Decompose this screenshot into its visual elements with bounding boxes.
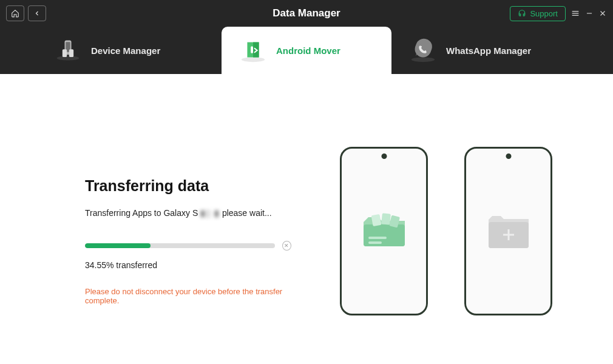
tab-device-manager[interactable]: Device Manager: [36, 27, 222, 74]
progress-bar: [85, 243, 275, 248]
source-phone: [340, 147, 428, 315]
app-title: Data Manager: [273, 7, 340, 19]
device-manager-icon: [53, 36, 83, 65]
transfer-panel: Transferring data Transferring Apps to G…: [24, 129, 291, 315]
tab-label: Device Manager: [91, 46, 160, 56]
home-button[interactable]: [6, 5, 24, 21]
svg-rect-19: [381, 213, 391, 224]
android-mover-icon: [239, 36, 268, 65]
source-folder-icon: [360, 210, 408, 252]
tab-label: Android Mover: [276, 46, 340, 56]
titlebar: Data Manager Support: [0, 0, 613, 27]
support-button[interactable]: Support: [510, 6, 566, 21]
minimize-icon: [585, 9, 594, 18]
svg-point-13: [411, 58, 435, 62]
target-phone: [464, 147, 552, 315]
transfer-warning: Please do not disconnect your device bef…: [85, 287, 291, 305]
minimize-button[interactable]: [585, 9, 594, 18]
tabs: Device Manager Android Mover WhatsApp Ma…: [0, 27, 613, 74]
chevron-left-icon: [33, 10, 41, 17]
svg-point-6: [57, 56, 80, 60]
close-icon: [598, 9, 607, 18]
x-icon: ✕: [284, 243, 289, 249]
svg-rect-10: [69, 49, 73, 57]
status-prefix: Transferring Apps to Galaxy S: [85, 208, 200, 218]
transfer-heading: Transferring data: [85, 177, 291, 195]
tab-label: WhatsApp Manager: [446, 46, 531, 56]
svg-rect-12: [251, 46, 253, 53]
whatsapp-manager-icon: [408, 36, 438, 65]
back-button[interactable]: [28, 5, 46, 21]
close-button[interactable]: [598, 9, 607, 18]
content-area: Transferring data Transferring Apps to G…: [0, 74, 613, 340]
svg-rect-9: [63, 49, 67, 57]
progress-percent-text: 34.55% transferred: [85, 260, 291, 270]
status-suffix: please wait...: [220, 208, 272, 218]
tab-whatsapp-manager[interactable]: WhatsApp Manager: [391, 27, 561, 74]
target-folder-icon: [486, 212, 531, 250]
status-device-masked: ▮▯ ▮: [200, 208, 220, 218]
home-icon: [11, 9, 19, 18]
svg-rect-16: [368, 237, 387, 239]
transfer-status: Transferring Apps to Galaxy S ▮▯ ▮ pleas…: [85, 208, 291, 218]
svg-point-11: [242, 58, 265, 62]
transfer-illustration: [303, 129, 589, 315]
tab-android-mover[interactable]: Android Mover: [222, 27, 391, 74]
cancel-transfer-button[interactable]: ✕: [282, 241, 291, 251]
support-label: Support: [530, 9, 558, 18]
progress-fill: [85, 243, 151, 248]
svg-rect-17: [368, 241, 382, 244]
menu-icon: [571, 8, 580, 18]
menu-button[interactable]: [571, 8, 580, 18]
headset-icon: [518, 9, 526, 18]
